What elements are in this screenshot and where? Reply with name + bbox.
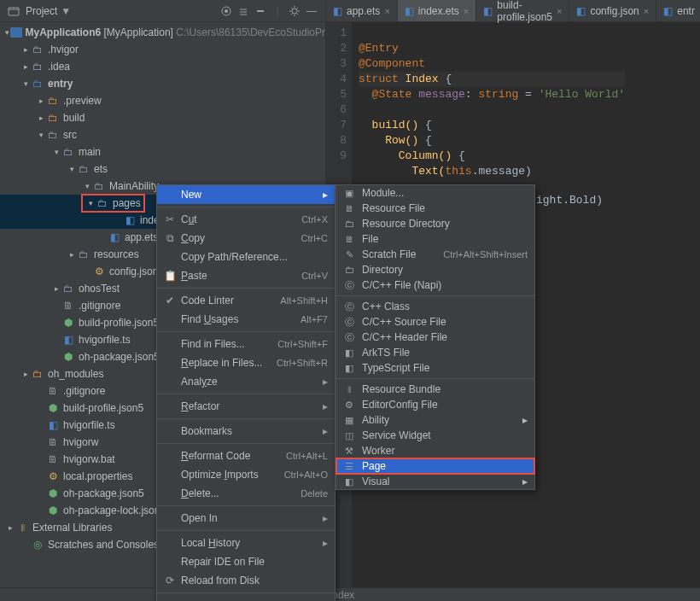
menu-item[interactable]: Open In▸ <box>157 509 335 528</box>
divider: | <box>269 3 286 20</box>
tab-icon: ◧ <box>333 5 342 17</box>
tree-label: .preview <box>63 95 102 107</box>
expand-all-icon[interactable] <box>235 3 252 20</box>
editor-tab[interactable]: ◧build-profile.json5× <box>476 0 569 21</box>
line-number: 9 <box>326 149 347 164</box>
tab-icon: ◧ <box>483 5 493 17</box>
submenu-item-file[interactable]: 🗎File <box>336 231 534 247</box>
submenu-item-editorconfig-file[interactable]: ⚙EditorConfig File <box>336 397 534 412</box>
menu-item[interactable]: ⟳Reload from Disk <box>157 571 335 590</box>
submenu-item-resource-bundle[interactable]: ⫴Resource Bundle <box>336 382 534 397</box>
submenu-item-arkts-file[interactable]: ◧ArkTS File <box>336 345 534 360</box>
menu-item[interactable]: ✂CutCtrl+X <box>157 210 335 229</box>
submenu-item-typescript-file[interactable]: ◧TypeScript File <box>336 360 534 376</box>
submenu-item-worker[interactable]: ⚒Worker <box>336 443 534 458</box>
submenu-item-service-widget[interactable]: ◫Service Widget <box>336 428 534 443</box>
editor-tab[interactable]: ◧index.ets× <box>398 0 476 21</box>
submenu-item-visual[interactable]: ◧Visual▸ <box>336 474 534 489</box>
menu-item[interactable]: ⇄Compare With...Ctrl+D <box>157 596 335 601</box>
close-icon[interactable]: × <box>384 6 389 16</box>
dropdown-icon[interactable]: ▼ <box>61 5 71 17</box>
submenu-arrow-icon: ▸ <box>323 376 328 388</box>
tree-item[interactable]: ▾🗀src <box>0 126 325 143</box>
menu-item[interactable]: Analyze▸ <box>157 372 335 391</box>
ets-file-icon: ◧ <box>123 214 137 226</box>
json5-icon: ⬢ <box>46 505 60 516</box>
submenu-item-directory[interactable]: 🗀Directory <box>336 262 534 277</box>
menu-separator <box>157 207 335 207</box>
tab-icon: ◧ <box>663 5 673 17</box>
editor-tab[interactable]: ◧entr× <box>656 0 700 21</box>
menu-item[interactable]: Bookmarks▸ <box>157 422 335 441</box>
submenu-item-module-[interactable]: ▣Module... <box>336 185 534 201</box>
menu-item[interactable]: Replace in Files...Ctrl+Shift+R <box>157 353 335 372</box>
tree-item[interactable]: ▾🗀ets <box>0 160 325 178</box>
menu-item[interactable]: New▸ <box>157 185 335 204</box>
submenu-item-c-c-file-napi-[interactable]: ⓒC/C++ File (Napi) <box>336 277 534 293</box>
line-number: 6 <box>326 102 347 118</box>
tree-item[interactable]: ▸🗀.preview <box>0 92 325 109</box>
submenu-item-c-c-header-file[interactable]: ⓒC/C++ Header File <box>336 330 534 345</box>
close-icon[interactable]: × <box>557 6 562 16</box>
copy-icon: ⧉ <box>164 232 176 244</box>
line-number: 2 <box>326 41 347 56</box>
menu-item[interactable]: Optimize ImportsCtrl+Alt+O <box>157 465 335 484</box>
submenu-item-c-c-source-file[interactable]: ⓒC/C++ Source File <box>336 314 534 330</box>
code-token: .message) <box>472 165 532 178</box>
close-icon[interactable]: × <box>644 6 649 16</box>
tree-label: local.properties <box>63 470 132 482</box>
menu-item[interactable]: 📋PasteCtrl+V <box>157 266 335 285</box>
submenu-item-resource-file[interactable]: 🗎Resource File <box>336 201 534 216</box>
collapse-all-icon[interactable] <box>252 3 269 20</box>
menu-item[interactable]: Local History▸ <box>157 534 335 552</box>
tree-label: entry <box>48 78 73 90</box>
submenu-item-resource-directory[interactable]: 🗀Resource Directory <box>336 216 534 231</box>
line-number: 5 <box>326 87 347 102</box>
project-icon <box>5 3 22 20</box>
menu-item[interactable]: Delete...Delete <box>157 484 335 503</box>
code-token: @State <box>359 88 411 101</box>
editor-tab[interactable]: ◧app.ets× <box>326 0 398 21</box>
json5-icon: ⬢ <box>46 487 60 499</box>
folder-icon: 🗀 <box>343 265 355 275</box>
tree-item[interactable]: ▾🗀main <box>0 143 325 160</box>
close-icon[interactable]: × <box>464 6 469 16</box>
props-icon: ⚙ <box>46 470 60 482</box>
tree-label: src <box>63 129 77 141</box>
sidebar-title[interactable]: Project <box>26 5 57 17</box>
tree-label: .idea <box>48 61 70 73</box>
menu-item[interactable]: Find UsagesAlt+F7 <box>157 310 335 329</box>
submenu-item-c-class[interactable]: ⓒC++ Class <box>336 299 534 314</box>
menu-item[interactable]: Repair IDE on File <box>157 552 335 571</box>
submenu-item-scratch-file[interactable]: ✎Scratch FileCtrl+Alt+Shift+Insert <box>336 247 534 262</box>
menu-item[interactable]: Refactor▸ <box>157 397 335 416</box>
bundle-icon: ⫴ <box>343 384 355 395</box>
tree-item[interactable]: ▸🗀build <box>0 109 325 126</box>
lint-icon: ✔ <box>164 295 176 306</box>
menu-item[interactable]: Reformat CodeCtrl+Alt+L <box>157 446 335 465</box>
code-token: Row() <box>359 134 425 147</box>
editor-icon: ⚙ <box>343 400 355 411</box>
settings-icon[interactable] <box>286 3 303 20</box>
cpp-icon: ⓒ <box>343 279 355 292</box>
editor-tab[interactable]: ◧config.json× <box>569 0 656 21</box>
submenu-item-page[interactable]: ☰Page <box>336 458 534 474</box>
tree-root[interactable]: ▾ MyApplication6 [MyApplication] C:\User… <box>0 24 325 41</box>
menu-item[interactable]: Find in Files...Ctrl+Shift+F <box>157 335 335 353</box>
menu-separator <box>157 592 335 593</box>
tree-item[interactable]: ▸🗀.idea <box>0 58 325 75</box>
tree-item[interactable]: ▸🗀.hvigor <box>0 41 325 58</box>
tree-label: build-profile.json5 <box>63 402 143 414</box>
sidebar-header: Project ▼ | — <box>0 0 325 22</box>
select-opened-icon[interactable] <box>218 3 235 20</box>
submenu-item-ability[interactable]: ▦Ability▸ <box>336 412 534 428</box>
menu-item[interactable]: ✔Code LinterAlt+Shift+H <box>157 291 335 310</box>
tab-icon: ◧ <box>576 5 586 17</box>
svg-rect-4 <box>10 27 22 38</box>
menu-item[interactable]: Copy Path/Reference... <box>157 248 335 266</box>
tree-item[interactable]: ▾🗀entry <box>0 75 325 92</box>
hide-icon[interactable]: — <box>303 3 320 20</box>
shortcut: Ctrl+Alt+Shift+Insert <box>443 249 528 260</box>
menu-label: Open In <box>181 512 318 524</box>
menu-item[interactable]: ⧉CopyCtrl+C <box>157 229 335 248</box>
